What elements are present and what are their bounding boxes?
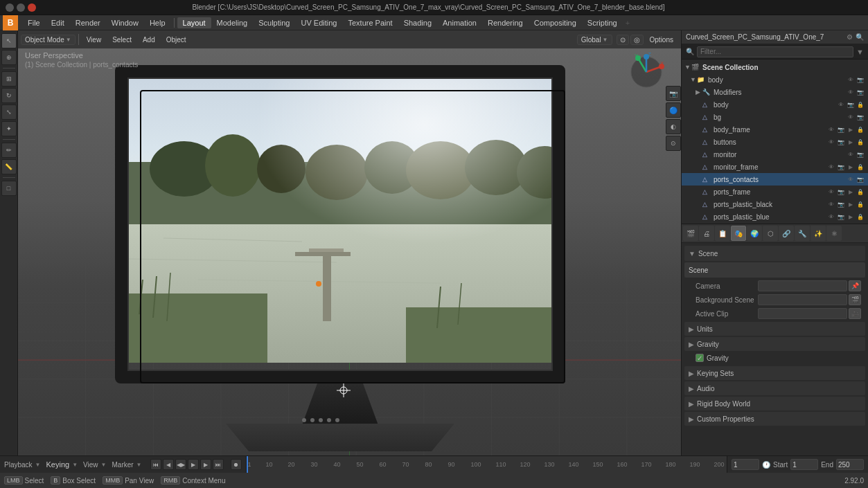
active-clip-pick-btn[interactable]: 🎥 (849, 308, 861, 319)
keying-sets-header[interactable]: ▶ Keying Sets (684, 366, 865, 380)
world-props-btn[interactable]: 🌍 (747, 226, 762, 241)
camera-view-btn[interactable]: 📷 (666, 86, 681, 101)
timeline-ruler[interactable]: 1 10 20 30 40 50 60 70 80 90 100 110 120… (247, 456, 727, 473)
mod-render-icon[interactable]: 📷 (856, 87, 865, 97)
workspace-layout[interactable]: Layout (177, 17, 211, 28)
bg-scene-pick-btn[interactable]: 🎬 (849, 294, 861, 305)
filter-options-icon[interactable]: ▼ (856, 48, 864, 56)
view-layer-btn[interactable]: 📋 (715, 226, 730, 241)
rigid-body-world-header[interactable]: ▶ Rigid Body World (684, 397, 865, 410)
jump-start-btn[interactable]: ⏮ (150, 459, 161, 470)
overlay-btn[interactable]: ⊙ (666, 136, 681, 151)
menu-help[interactable]: Help (144, 17, 171, 28)
outliner-row-body-frame[interactable]: △ body_frame 👁 📷 ▶ 🔒 (682, 123, 868, 136)
workspace-sculpting[interactable]: Sculpting (253, 17, 295, 28)
custom-props-header[interactable]: ▶ Custom Properties (684, 412, 865, 426)
outliner-search-input[interactable] (697, 46, 853, 57)
particle-props-btn[interactable]: ✨ (811, 226, 826, 241)
render-icon[interactable]: 📷 (856, 75, 865, 84)
timeline-keying-label[interactable]: Keying (46, 460, 70, 469)
visibility-icon[interactable]: 👁 (846, 75, 856, 84)
outliner-row-bg[interactable]: △ bg 👁 📷 (682, 111, 868, 123)
outliner-row-body[interactable]: △ body 👁 📷 🔒 (682, 98, 868, 111)
outliner-filter-icon[interactable]: ⚙ (847, 33, 853, 41)
viewport-object-menu[interactable]: Object (161, 35, 191, 45)
end-frame-field[interactable]: 250 (836, 459, 864, 470)
viewport[interactable]: Object Mode ▼ View Select Add Object Glo… (18, 30, 681, 455)
select-tool[interactable]: ↖ (1, 33, 17, 48)
outliner-row-ports-plastic-white[interactable]: △ ports_plastic_white 👁 📷 ▶ 🔒 (682, 223, 868, 224)
outliner-row-buttons[interactable]: △ buttons 👁 📷 ▶ 🔒 (682, 136, 868, 148)
menu-edit[interactable]: Edit (46, 17, 70, 28)
timeline-playback-label[interactable]: Playback (4, 461, 33, 469)
proportional-edit[interactable]: ◎ (630, 35, 644, 45)
viewport-select-menu[interactable]: Select (107, 35, 136, 45)
bg-scene-value[interactable] (758, 294, 847, 305)
outliner-row-monitor-frame[interactable]: △ monitor_frame 👁 📷 ▶ 🔒 (682, 161, 868, 173)
physics-props-btn[interactable]: ⚛ (826, 226, 842, 241)
object-props-btn[interactable]: ⬡ (763, 226, 778, 241)
play-btn[interactable]: ▶ (188, 459, 199, 470)
annotate-tool[interactable]: ✏ (1, 143, 17, 158)
outliner-row-monitor[interactable]: △ monitor 👁 📷 (682, 148, 868, 161)
modifier-props-btn[interactable]: 🔧 (795, 226, 810, 241)
gravity-collapse-header[interactable]: ▶ Gravity (684, 337, 865, 351)
workspace-texture-paint[interactable]: Texture Paint (342, 17, 398, 28)
outliner-row-scene[interactable]: ▼ 🎬 Scene Collection (682, 61, 868, 73)
outliner-row-ports-plastic-black[interactable]: △ ports_plastic_black 👁 📷 ▶ 🔒 (682, 198, 868, 210)
outliner-row-body-collection[interactable]: ▼ 📁 body 👁 📷 (682, 73, 868, 86)
play-back-btn[interactable]: ◀▶ (175, 459, 186, 470)
menu-window[interactable]: Window (106, 17, 144, 28)
viewport-view-menu[interactable]: View (82, 35, 107, 45)
timeline-view-label[interactable]: View (83, 461, 98, 469)
render-props-btn[interactable]: 🎬 (683, 226, 698, 241)
audio-header[interactable]: ▶ Audio (684, 381, 865, 395)
mode-dropdown[interactable]: Object Mode ▼ (21, 35, 76, 45)
workspace-shading[interactable]: Shading (398, 17, 437, 28)
workspace-animation[interactable]: Animation (437, 17, 482, 28)
workspace-rendering[interactable]: Rendering (482, 17, 529, 28)
current-frame-field[interactable]: 1 (732, 459, 759, 470)
jump-end-btn[interactable]: ⏭ (213, 459, 224, 470)
constraint-props-btn[interactable]: 🔗 (779, 226, 794, 241)
record-btn[interactable]: ⏺ (231, 459, 242, 470)
scene-props-btn[interactable]: 🎭 (731, 226, 746, 241)
rotate-tool[interactable]: ↻ (1, 88, 17, 103)
gravity-checkbox[interactable]: ✓ (696, 354, 704, 362)
window-controls[interactable] (6, 3, 36, 12)
menu-render[interactable]: Render (70, 17, 106, 28)
start-frame-field[interactable]: 1 (790, 459, 818, 470)
shading-btn[interactable]: ◐ (666, 119, 681, 134)
options-button[interactable]: Options (645, 35, 678, 45)
workspace-modeling[interactable]: Modeling (211, 17, 254, 28)
viewport-gizmo[interactable]: X Y Z (626, 51, 667, 93)
viewport-add-menu[interactable]: Add (138, 35, 160, 45)
timeline-marker-label[interactable]: Marker (112, 461, 133, 469)
blender-logo[interactable]: B (3, 15, 18, 30)
add-cube-tool[interactable]: □ (1, 181, 17, 196)
scene-collapse-header[interactable]: ▼ Scene (684, 246, 865, 261)
minimize-button[interactable] (6, 3, 14, 12)
render-view-btn[interactable]: 🔵 (666, 102, 681, 118)
workspace-uv-editing[interactable]: UV Editing (295, 17, 342, 28)
next-keyframe-btn[interactable]: ▶ (200, 459, 211, 470)
outliner-row-ports-frame[interactable]: △ ports_frame 👁 📷 ▶ 🔒 (682, 186, 868, 198)
maximize-button[interactable] (17, 3, 25, 12)
active-clip-value[interactable] (758, 308, 847, 319)
workspace-scripting[interactable]: Scripting (582, 17, 623, 28)
global-dropdown[interactable]: Global ▼ (577, 35, 612, 45)
outliner-row-modifiers[interactable]: ▶ 🔧 Modifiers 👁 📷 (682, 86, 868, 98)
move-tool[interactable]: ⊞ (1, 71, 17, 87)
menu-file[interactable]: File (22, 17, 46, 28)
cursor-tool[interactable]: ⊕ (1, 50, 17, 65)
measure-tool[interactable]: 📏 (1, 159, 17, 174)
prev-keyframe-btn[interactable]: ◀ (163, 459, 174, 470)
output-props-btn[interactable]: 🖨 (699, 226, 714, 241)
outliner-row-ports-contacts[interactable]: △ ports_contacts 👁 📷 (682, 173, 868, 186)
scale-tool[interactable]: ⤡ (1, 105, 17, 120)
units-collapse-header[interactable]: ▶ Units (684, 322, 865, 336)
transform-tool[interactable]: ✦ (1, 121, 17, 136)
outliner-search-icon[interactable]: 🔍 (856, 33, 864, 41)
snap-toggle[interactable]: ⊙ (617, 35, 629, 45)
camera-pick-btn[interactable]: 📌 (849, 280, 861, 291)
